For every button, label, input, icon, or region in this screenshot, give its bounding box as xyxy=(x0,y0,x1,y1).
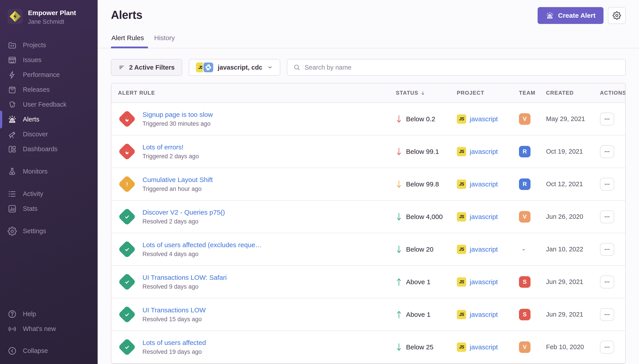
filter-bar: 2 Active Filters JS javascript, cdc xyxy=(111,59,626,76)
active-filters-button[interactable]: 2 Active Filters xyxy=(111,59,182,76)
sidebar-item-icon xyxy=(8,204,17,214)
row-actions-button[interactable] xyxy=(600,243,614,256)
sidebar-item-issues[interactable]: Issues xyxy=(0,52,98,68)
project-cell: JS javascript xyxy=(457,114,519,124)
sidebar-item-label: Issues xyxy=(23,56,42,64)
column-header-status[interactable]: Status xyxy=(396,90,457,96)
sidebar-item-icon xyxy=(8,324,17,334)
tabs: Alert RulesHistory xyxy=(111,34,626,48)
alert-status-diamond-icon xyxy=(118,142,136,160)
alert-rule-row-signup-page-too-slow: Signup page is too slow Triggered 30 min… xyxy=(111,103,625,136)
project-link[interactable]: javascript xyxy=(470,278,498,286)
sidebar-item-alerts[interactable]: Alerts xyxy=(0,112,98,127)
status-value: Below 4,000 xyxy=(406,213,443,220)
created-date: Oct 12, 2021 xyxy=(546,180,595,188)
sidebar-item-icon xyxy=(8,226,17,236)
sidebar-item-monitors[interactable]: Monitors xyxy=(0,164,98,179)
ellipsis-icon xyxy=(604,148,610,155)
sidebar-item-dashboards[interactable]: Dashboards xyxy=(0,142,98,156)
chevron-down-icon xyxy=(267,64,273,70)
created-date: Jun 29, 2021 xyxy=(546,278,595,286)
sidebar-collapse-button[interactable]: Collapse xyxy=(0,344,98,358)
alert-status-diamond-icon xyxy=(118,338,136,356)
sidebar-item-stats[interactable]: Stats xyxy=(0,201,98,216)
org-user: Jane Schmidt xyxy=(28,18,85,25)
alert-rule-row-lots-of-errors: Lots of errors! Triggered 2 days ago Bel… xyxy=(111,136,625,168)
alert-rule-link[interactable]: Signup page is too slow xyxy=(142,110,213,118)
sidebar-item-user-feedback[interactable]: User Feedback xyxy=(0,97,98,112)
project-link[interactable]: javascript xyxy=(470,115,498,123)
sidebar-item-whats-new[interactable]: What's new xyxy=(0,322,98,336)
alert-rule-subtitle: Resolved 15 days ago xyxy=(142,316,206,323)
alert-rule-link[interactable]: Cumulative Layout Shift xyxy=(142,176,213,184)
sidebar-item-icon xyxy=(8,115,17,124)
filter-lines-icon xyxy=(119,64,125,70)
column-header-actions: Actions xyxy=(595,90,625,96)
project-link[interactable]: javascript xyxy=(470,344,498,351)
status-value: Below 99.8 xyxy=(406,180,439,188)
column-header-team: Team xyxy=(519,90,546,96)
row-actions-button[interactable] xyxy=(600,308,614,321)
alert-rule-row-cumulative-layout-shift: Cumulative Layout Shift Triggered an hou… xyxy=(111,168,625,200)
create-alert-button[interactable]: Create Alert xyxy=(538,7,603,24)
alerts-settings-button[interactable] xyxy=(608,7,626,24)
row-actions-button[interactable] xyxy=(600,178,614,191)
sidebar-item-performance[interactable]: Performance xyxy=(0,68,98,82)
tab-history[interactable]: History xyxy=(154,34,175,48)
alert-rule-link[interactable]: UI Transactions LOW: Safari xyxy=(142,274,227,282)
sidebar-item-label: Help xyxy=(23,310,36,318)
sidebar-item-discover[interactable]: Discover xyxy=(0,127,98,142)
sidebar-item-label: Settings xyxy=(23,228,46,235)
alert-rule-link[interactable]: Lots of errors! xyxy=(142,143,199,151)
sidebar-item-icon xyxy=(8,40,17,50)
status-cell: Above 1 xyxy=(396,277,457,287)
team-cell: V xyxy=(519,211,546,222)
status-cell: Below 99.8 xyxy=(396,179,457,189)
alert-rule-link[interactable]: Lots of users affected (excludes reque… xyxy=(142,241,262,249)
row-actions-button[interactable] xyxy=(600,341,614,354)
project-link[interactable]: javascript xyxy=(470,246,498,253)
row-actions-button[interactable] xyxy=(600,112,614,126)
javascript-platform-icon: JS xyxy=(457,310,466,319)
alert-rule-link[interactable]: Lots of users affected xyxy=(142,339,206,347)
status-cell: Below 4,000 xyxy=(396,212,457,222)
team-badge: V xyxy=(519,113,530,125)
team-badge: R xyxy=(519,146,530,158)
sidebar-item-label: Releases xyxy=(23,86,50,93)
row-actions-button[interactable] xyxy=(600,145,614,158)
sidebar-item-activity[interactable]: Activity xyxy=(0,186,98,201)
alert-rule-subtitle: Triggered 2 days ago xyxy=(142,153,199,160)
project-link[interactable]: javascript xyxy=(470,311,498,318)
project-link[interactable]: javascript xyxy=(470,213,498,220)
tab-alert-rules[interactable]: Alert Rules xyxy=(111,34,144,48)
team-cell: S xyxy=(519,276,546,288)
javascript-platform-icon: JS xyxy=(457,245,466,254)
column-header-created: Created xyxy=(546,90,595,96)
org-switcher[interactable]: Empower Plant Jane Schmidt xyxy=(0,8,98,25)
page-header: Alerts Create Alert Alert RulesHistory xyxy=(98,0,639,48)
project-link[interactable]: javascript xyxy=(470,148,498,156)
created-date: Oct 19, 2021 xyxy=(546,148,595,155)
alert-rule-link[interactable]: UI Transactions LOW xyxy=(142,306,206,314)
search-input[interactable] xyxy=(305,64,619,71)
project-link[interactable]: javascript xyxy=(470,180,498,188)
alert-rule-link[interactable]: Discover V2 - Queries p75() xyxy=(142,208,225,216)
team-cell: R xyxy=(519,178,546,190)
project-cell: JS javascript xyxy=(457,147,519,156)
chevron-down-icon xyxy=(79,10,85,16)
project-selector-dropdown[interactable]: JS javascript, cdc xyxy=(189,59,280,76)
created-date: Jan 10, 2022 xyxy=(546,246,595,253)
sidebar-item-help[interactable]: Help xyxy=(0,306,98,322)
search-box xyxy=(287,59,626,76)
javascript-platform-icon: JS xyxy=(457,114,466,124)
row-actions-button[interactable] xyxy=(600,210,614,223)
sidebar-footer: Help What's new Collapse xyxy=(0,306,98,358)
sidebar-item-label: Projects xyxy=(23,42,46,49)
sidebar-item-projects[interactable]: Projects xyxy=(0,38,98,52)
row-actions-button[interactable] xyxy=(600,276,614,288)
sidebar-item-releases[interactable]: Releases xyxy=(0,82,98,97)
alert-status-diamond-icon xyxy=(118,110,136,128)
sidebar-item-settings[interactable]: Settings xyxy=(0,224,98,238)
ellipsis-icon xyxy=(604,279,610,285)
team-cell: - xyxy=(519,246,546,253)
